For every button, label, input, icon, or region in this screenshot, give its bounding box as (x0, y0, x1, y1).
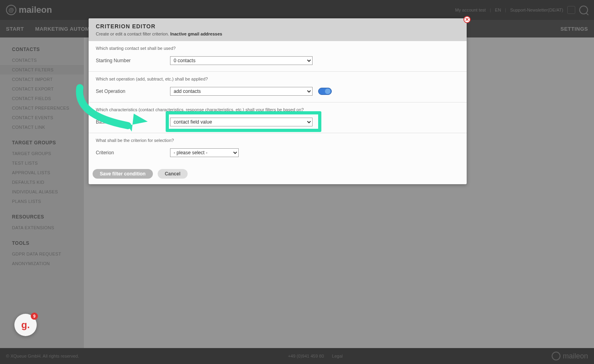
cancel-button[interactable]: Cancel (158, 169, 188, 179)
section-set-operation: Which set operation (add, subtract, etc.… (89, 72, 467, 102)
dialog-body: Which starting contact set shall be used… (89, 41, 467, 163)
dialog-title: CRITERION EDITOR (96, 23, 459, 30)
section-criterion: What shall be the criterion for selectio… (89, 133, 467, 163)
question-basis: Which characteristics (contact character… (96, 107, 459, 112)
chat-widget[interactable]: g. 9 (14, 314, 37, 336)
chat-badge: 9 (31, 313, 38, 320)
close-icon[interactable]: ✕ (463, 16, 471, 23)
dialog-header: CRITERION EDITOR Create or edit a contac… (89, 18, 467, 41)
question-criterion: What shall be the criterion for selectio… (96, 138, 459, 143)
row-starting-number: Starting Number 0 contacts (96, 56, 459, 65)
select-set-operation[interactable]: add contacts (170, 87, 313, 96)
criterion-editor-dialog: ✕ CRITERION EDITOR Create or edit a cont… (89, 18, 467, 184)
section-starting-set: Which starting contact set shall be used… (89, 41, 467, 72)
question-set-operation: Which set operation (add, subtract, etc.… (96, 77, 459, 81)
select-starting-number[interactable]: 0 contacts (170, 56, 313, 65)
save-button[interactable]: Save filter condition (93, 169, 153, 179)
label-basis: Basis (96, 119, 170, 125)
section-basis: Which characteristics (contact character… (89, 102, 467, 133)
question-starting-set: Which starting contact set shall be used… (96, 46, 459, 51)
dialog-subtitle-prefix: Create or edit a contact filter criterio… (96, 31, 170, 36)
row-basis: Basis contact field value (96, 118, 459, 126)
label-set-operation: Set Operation (96, 89, 170, 94)
toggle-set-operation[interactable] (318, 88, 332, 95)
row-set-operation: Set Operation add contacts (96, 87, 459, 96)
label-starting-number: Starting Number (96, 58, 170, 63)
select-criterion[interactable]: - please select - (170, 148, 239, 157)
dialog-subtitle-name: Inactive gmail addresses (170, 31, 222, 36)
select-basis[interactable]: contact field value (170, 118, 313, 126)
chat-widget-icon: g. (21, 319, 30, 331)
label-criterion: Criterion (96, 150, 170, 155)
dialog-subtitle: Create or edit a contact filter criterio… (96, 31, 459, 36)
row-criterion: Criterion - please select - (96, 148, 459, 157)
dialog-footer: Save filter condition Cancel (89, 163, 467, 184)
